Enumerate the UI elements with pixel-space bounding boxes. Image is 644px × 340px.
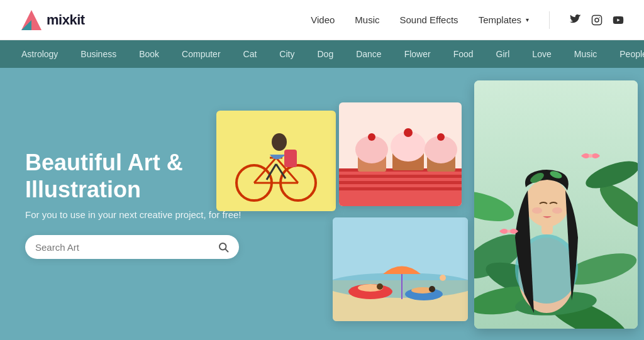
hero-subtitle: For you to use in your next creative pro… [25, 209, 264, 220]
category-food[interactable]: Food [442, 40, 485, 68]
svg-point-24 [368, 133, 375, 141]
category-girl[interactable]: Girl [485, 40, 521, 68]
svg-line-6 [225, 250, 228, 252]
svg-rect-14 [284, 150, 297, 167]
nav-templates[interactable]: Templates ▾ [479, 14, 529, 25]
logo-text: mixkit [47, 12, 85, 28]
category-dog[interactable]: Dog [306, 40, 345, 68]
category-music[interactable]: Music [563, 40, 609, 68]
nav-music[interactable]: Music [355, 14, 379, 25]
category-computer[interactable]: Computer [170, 40, 231, 68]
chevron-down-icon: ▾ [526, 16, 529, 23]
svg-point-36 [377, 283, 383, 290]
youtube-icon[interactable] [613, 14, 624, 26]
search-box [25, 235, 239, 259]
category-love[interactable]: Love [521, 40, 562, 68]
nav-video[interactable]: Video [311, 14, 335, 25]
category-cat[interactable]: Cat [232, 40, 269, 68]
svg-point-58 [532, 207, 542, 214]
twitter-icon[interactable] [570, 14, 581, 26]
category-business[interactable]: Business [69, 40, 128, 68]
category-nav: Astrology Business Book Computer Cat Cit… [0, 40, 644, 68]
category-dance[interactable]: Dance [345, 40, 392, 68]
category-people[interactable]: People [608, 40, 644, 68]
header: mixkit Video Music Sound Effects Templat… [0, 0, 644, 40]
header-divider [549, 11, 550, 29]
category-astrology[interactable]: Astrology [10, 40, 69, 68]
illustration-beach [333, 217, 468, 321]
social-icons [570, 14, 624, 26]
search-input[interactable] [35, 242, 213, 253]
svg-point-30 [437, 133, 445, 141]
category-flower[interactable]: Flower [393, 40, 442, 68]
instagram-icon[interactable] [591, 14, 602, 26]
svg-point-60 [589, 154, 592, 158]
header-nav: Video Music Sound Effects Templates ▾ [311, 11, 624, 29]
svg-point-61 [508, 230, 511, 233]
svg-point-27 [404, 128, 413, 137]
category-city[interactable]: City [268, 40, 306, 68]
svg-rect-2 [592, 15, 602, 25]
svg-point-3 [595, 18, 599, 22]
svg-point-41 [440, 275, 446, 281]
svg-point-4 [599, 17, 600, 18]
svg-rect-20 [339, 181, 462, 184]
svg-rect-21 [339, 187, 462, 190]
svg-rect-19 [339, 175, 462, 178]
search-button[interactable] [218, 241, 229, 253]
hero-title: Beautiful Art & Illustration [25, 149, 264, 203]
illustration-girl [474, 80, 638, 329]
logo-icon [20, 9, 43, 31]
search-icon [218, 241, 229, 253]
hero-section: Beautiful Art & Illustration For you to … [0, 68, 644, 340]
nav-sound-effects[interactable]: Sound Effects [400, 14, 458, 25]
hero-content: Beautiful Art & Illustration For you to … [25, 149, 264, 259]
svg-point-13 [272, 133, 287, 151]
category-book[interactable]: Book [128, 40, 170, 68]
svg-point-39 [429, 286, 435, 292]
logo[interactable]: mixkit [20, 9, 85, 31]
svg-point-59 [552, 207, 562, 214]
illustration-cupcakes [339, 102, 462, 206]
